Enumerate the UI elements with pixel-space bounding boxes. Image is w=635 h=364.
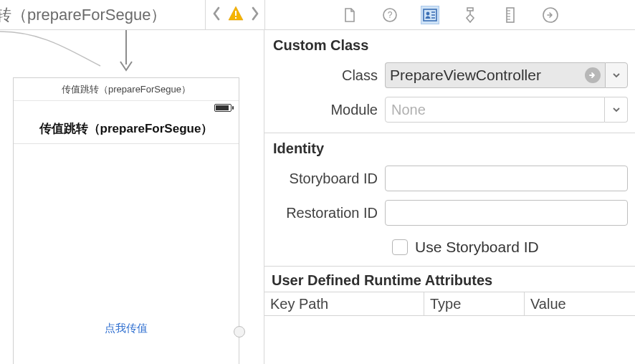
storyboard-id-input[interactable] bbox=[385, 166, 628, 191]
col-keypath[interactable]: Key Path bbox=[264, 292, 424, 315]
jump-bar-title[interactable]: 转（prepareForSegue） bbox=[0, 4, 166, 26]
runtime-attributes-section: User Defined Runtime Attributes Key Path… bbox=[264, 267, 635, 316]
inspector-panel: Custom Class Class PrepareViewController bbox=[264, 30, 635, 364]
jump-bar: 转（prepareForSegue） bbox=[0, 0, 264, 30]
inspector-tabs: ? bbox=[264, 0, 635, 30]
class-input[interactable]: PrepareViewController bbox=[385, 62, 605, 88]
attributes-inspector-icon[interactable] bbox=[462, 6, 479, 24]
module-label: Module bbox=[272, 102, 385, 118]
class-row: Class PrepareViewController bbox=[272, 62, 628, 88]
size-inspector-icon[interactable] bbox=[502, 6, 519, 24]
svg-rect-10 bbox=[507, 8, 514, 22]
warning-icon[interactable] bbox=[227, 5, 244, 25]
class-value: PrepareViewController bbox=[390, 67, 541, 84]
svg-rect-9 bbox=[467, 8, 473, 11]
jump-bar-nav bbox=[205, 0, 264, 29]
file-inspector-icon[interactable] bbox=[341, 6, 358, 24]
module-value: None bbox=[391, 102, 426, 118]
top-bar: 转（prepareForSegue） ? bbox=[0, 0, 635, 30]
storyboard-id-label: Storyboard ID bbox=[272, 171, 385, 187]
identity-inspector-icon[interactable] bbox=[421, 6, 439, 24]
main-area: 传值跳转（prepareForSegue） 传值跳转（prepareForSeg… bbox=[0, 30, 635, 364]
svg-point-5 bbox=[426, 11, 430, 15]
svg-text:?: ? bbox=[388, 10, 393, 20]
identity-section: Identity Storyboard ID Restoration ID Us… bbox=[264, 133, 635, 267]
entry-arrow-icon bbox=[118, 30, 135, 75]
storyboard-id-row: Storyboard ID bbox=[272, 166, 628, 191]
quick-help-icon[interactable]: ? bbox=[381, 6, 398, 24]
restoration-id-row: Restoration ID bbox=[272, 200, 628, 226]
use-storyboard-id-label: Use Storyboard ID bbox=[415, 239, 539, 256]
forward-icon[interactable] bbox=[250, 6, 260, 24]
class-dropdown-button[interactable] bbox=[605, 62, 628, 88]
custom-class-section: Custom Class Class PrepareViewController bbox=[264, 30, 635, 133]
svg-rect-0 bbox=[235, 11, 237, 16]
connection-handle-icon[interactable] bbox=[234, 326, 245, 337]
section-title: User Defined Runtime Attributes bbox=[264, 271, 635, 292]
use-storyboard-id-row: Use Storyboard ID bbox=[272, 239, 628, 256]
back-icon[interactable] bbox=[211, 6, 221, 24]
class-label: Class bbox=[272, 67, 385, 84]
section-title: Identity bbox=[273, 140, 628, 157]
jump-to-class-icon[interactable] bbox=[585, 67, 601, 83]
storyboard-canvas[interactable]: 传值跳转（prepareForSegue） 传值跳转（prepareForSeg… bbox=[0, 30, 264, 364]
connections-inspector-icon[interactable] bbox=[542, 6, 559, 24]
svg-rect-1 bbox=[235, 17, 237, 19]
col-type[interactable]: Type bbox=[424, 292, 524, 315]
restoration-id-input[interactable] bbox=[385, 200, 628, 226]
button-label[interactable]: 点我传值 bbox=[14, 322, 239, 335]
table-header: Key Path Type Value bbox=[264, 292, 635, 316]
module-dropdown-button[interactable] bbox=[605, 97, 628, 123]
status-bar bbox=[14, 101, 239, 114]
use-storyboard-id-checkbox[interactable] bbox=[392, 239, 408, 255]
view-controller-scene[interactable]: 传值跳转（prepareForSegue） 传值跳转（prepareForSeg… bbox=[13, 77, 239, 364]
section-title: Custom Class bbox=[273, 37, 628, 54]
restoration-id-label: Restoration ID bbox=[272, 205, 385, 221]
col-value[interactable]: Value bbox=[524, 292, 635, 315]
navigation-bar-title[interactable]: 传值跳转（prepareForSegue） bbox=[14, 114, 239, 144]
battery-icon bbox=[214, 104, 231, 112]
scene-title[interactable]: 传值跳转（prepareForSegue） bbox=[14, 78, 239, 101]
module-row: Module None bbox=[272, 97, 628, 123]
module-input[interactable]: None bbox=[385, 97, 605, 123]
